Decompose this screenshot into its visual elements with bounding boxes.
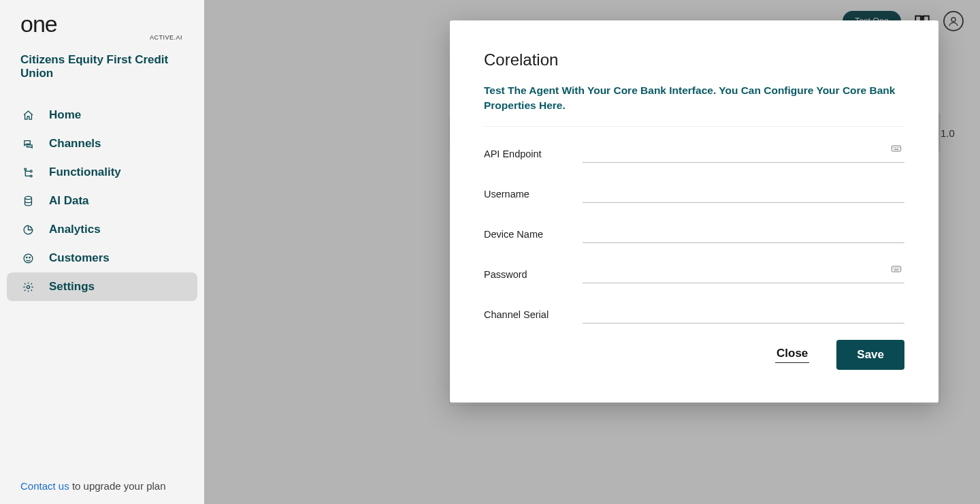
footer-text: to upgrade your plan	[69, 480, 166, 492]
api-endpoint-input[interactable]	[583, 146, 904, 163]
password-input[interactable]	[583, 266, 904, 283]
logo: one ACTIVE.AI	[0, 12, 204, 53]
sidebar: one ACTIVE.AI Citizens Equity First Cred…	[0, 0, 204, 504]
sidebar-item-label: Functionality	[49, 166, 121, 179]
svg-point-5	[26, 257, 27, 257]
svg-rect-14	[894, 149, 899, 150]
logo-text: one	[20, 12, 184, 35]
svg-rect-19	[898, 268, 899, 268]
field-username: Username	[484, 186, 904, 203]
tree-icon	[22, 166, 34, 178]
svg-point-1	[30, 170, 32, 172]
sidebar-item-label: Customers	[49, 251, 110, 265]
svg-rect-15	[892, 266, 900, 272]
modal-actions: Close Save	[484, 340, 904, 370]
sidebar-footer: Contact us to upgrade your plan	[0, 468, 204, 504]
chat-icon	[22, 138, 34, 150]
sidebar-item-settings[interactable]: Settings	[7, 272, 197, 301]
sidebar-item-functionality[interactable]: Functionality	[7, 158, 197, 187]
field-label: Channel Serial	[484, 309, 583, 320]
gear-icon	[22, 281, 34, 293]
keyboard-icon	[891, 143, 902, 154]
svg-rect-17	[895, 268, 896, 268]
svg-point-7	[27, 285, 29, 288]
field-label: API Endpoint	[484, 148, 583, 159]
field-label: Device Name	[484, 229, 583, 240]
main: Test One Version 1.0 Corelation	[204, 0, 980, 504]
svg-point-2	[30, 175, 32, 177]
svg-rect-9	[892, 146, 900, 151]
sidebar-item-label: AI Data	[49, 194, 89, 208]
sidebar-item-analytics[interactable]: Analytics	[7, 215, 197, 244]
field-channel-serial: Channel Serial	[484, 306, 904, 324]
sidebar-item-home[interactable]: Home	[7, 101, 197, 129]
field-password: Password	[484, 266, 904, 283]
svg-rect-13	[898, 147, 899, 148]
svg-point-0	[24, 168, 26, 170]
contact-link[interactable]: Contact us	[20, 480, 69, 492]
device-name-input[interactable]	[583, 226, 904, 243]
sidebar-item-label: Home	[49, 108, 81, 122]
svg-point-4	[24, 254, 33, 263]
save-button[interactable]: Save	[836, 340, 904, 370]
field-api-endpoint: API Endpoint	[484, 146, 904, 163]
face-icon	[22, 252, 34, 264]
field-device-name: Device Name	[484, 226, 904, 243]
sidebar-item-customers[interactable]: Customers	[7, 244, 197, 272]
field-label: Username	[484, 189, 583, 200]
username-input[interactable]	[583, 186, 904, 203]
svg-rect-12	[897, 147, 898, 148]
database-icon	[22, 195, 34, 207]
modal-title: Corelation	[484, 50, 904, 69]
svg-rect-10	[893, 147, 894, 148]
svg-point-3	[24, 196, 31, 199]
channel-serial-input[interactable]	[583, 306, 904, 324]
keyboard-icon	[891, 264, 902, 274]
home-icon	[22, 109, 34, 121]
sidebar-item-channels[interactable]: Channels	[7, 129, 197, 158]
corelation-modal: Corelation Test The Agent With Your Core…	[450, 20, 938, 403]
org-name: Citizens Equity First Credit Union	[0, 53, 204, 80]
svg-rect-18	[897, 268, 898, 268]
svg-rect-11	[895, 147, 896, 148]
pie-icon	[22, 223, 34, 236]
modal-description: Test The Agent With Your Core Bank Inter…	[484, 83, 904, 127]
sidebar-nav: Home Channels Functionality AI Data	[0, 101, 204, 301]
field-label: Password	[484, 269, 583, 280]
sidebar-item-label: Settings	[49, 280, 95, 294]
close-button[interactable]: Close	[775, 347, 809, 363]
svg-rect-16	[893, 268, 894, 268]
sidebar-item-label: Analytics	[49, 223, 101, 236]
sidebar-item-aidata[interactable]: AI Data	[7, 187, 197, 215]
svg-point-6	[29, 257, 29, 257]
svg-rect-20	[894, 270, 899, 270]
sidebar-item-label: Channels	[49, 137, 101, 151]
